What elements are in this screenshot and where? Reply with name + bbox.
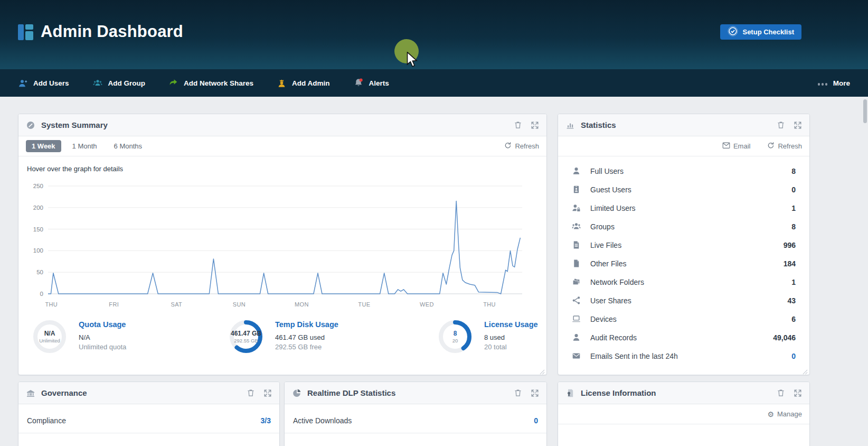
panel-title: Realtime DLP Statistics xyxy=(307,388,508,397)
svg-text:200: 200 xyxy=(33,205,43,211)
more-icon xyxy=(818,79,829,87)
user-icon xyxy=(572,333,581,342)
stat-label: Full Users xyxy=(590,167,782,175)
stat-row: Audit Records49,046 xyxy=(565,328,802,347)
stat-value: 996 xyxy=(784,241,796,249)
laptop-icon xyxy=(572,314,581,323)
license-information-panel: License Information ⚙ Manage xyxy=(558,382,810,446)
refresh-button[interactable]: Refresh xyxy=(767,142,802,151)
setup-checklist-button[interactable]: Setup Checklist xyxy=(720,24,801,40)
system-summary-panel: System Summary 1 Week 1 Month 6 Months R… xyxy=(18,114,547,375)
stat-row: Network Folders1 xyxy=(565,273,802,291)
stat-value: 43 xyxy=(787,296,796,305)
svg-text:THU: THU xyxy=(45,301,58,308)
bar-chart-icon xyxy=(565,120,575,130)
expand-widget-icon[interactable] xyxy=(263,389,272,397)
gauge-title: License Usage xyxy=(484,320,538,329)
checklist-check-icon xyxy=(728,26,738,38)
tab-6-months[interactable]: 6 Months xyxy=(108,140,148,152)
stat-label: Live Files xyxy=(590,241,774,249)
gauge-title: Quota Usage xyxy=(79,320,126,329)
stat-label: Groups xyxy=(590,222,782,231)
svg-text:SUN: SUN xyxy=(233,301,246,308)
usage-gauges: N/AUnlimited Quota Usage N/A Unlimited q… xyxy=(18,319,546,370)
stat-value: 49,046 xyxy=(773,333,796,342)
temp-disk-usage-gauge: 461.47 GB292.55 GB Temp Disk Usage 461.4… xyxy=(229,319,338,354)
resize-handle[interactable] xyxy=(802,367,808,373)
stat-value: 1 xyxy=(791,278,796,286)
stat-row: Limited Users1 xyxy=(565,199,802,217)
expand-widget-icon[interactable] xyxy=(794,121,802,129)
stat-value: 184 xyxy=(784,259,796,268)
add-group-icon xyxy=(92,78,103,88)
email-button[interactable]: Email xyxy=(722,142,751,151)
envelope-icon xyxy=(722,142,730,151)
temp-disk-donut-icon: 461.47 GB292.55 GB xyxy=(229,319,263,354)
pie-chart-icon xyxy=(292,388,301,398)
nav-more[interactable]: More xyxy=(818,79,850,87)
svg-text:TUE: TUE xyxy=(358,301,370,308)
envelope-icon xyxy=(572,351,581,360)
system-activity-chart[interactable]: 050100150200250THUFRISATSUNMONTUEWEDTHU xyxy=(24,179,531,312)
gauge-title: Temp Disk Usage xyxy=(275,320,338,329)
id-badge-icon xyxy=(572,185,581,194)
add-admin-icon xyxy=(277,78,287,88)
nav-add-users[interactable]: Add Users xyxy=(18,78,69,88)
remove-widget-icon[interactable] xyxy=(777,388,785,397)
svg-text:100: 100 xyxy=(33,247,43,254)
quick-actions-navbar: Add Users Add Group Add Network Shares A… xyxy=(0,69,868,97)
svg-text:150: 150 xyxy=(33,226,43,233)
refresh-button[interactable]: Refresh xyxy=(504,142,539,151)
stat-value: 0 xyxy=(791,352,796,360)
share-icon xyxy=(572,296,581,305)
stat-label: Emails Sent in the last 24h xyxy=(590,352,782,360)
folders-icon xyxy=(572,277,581,286)
governance-panel: Governance Compliance 3/3 xyxy=(18,382,280,446)
page-title: Admin Dashboard xyxy=(41,22,183,41)
nav-add-network-shares[interactable]: Add Network Shares xyxy=(168,78,253,88)
stat-row: Devices6 xyxy=(565,310,802,328)
vertical-scrollbar-thumb[interactable] xyxy=(863,99,867,123)
license-usage-gauge: 820 License Usage 8 used 20 total xyxy=(438,319,538,354)
expand-widget-icon[interactable] xyxy=(531,389,539,397)
stat-label: User Shares xyxy=(590,296,778,305)
nav-alerts[interactable]: Alerts xyxy=(353,78,389,88)
stat-value: 6 xyxy=(791,315,796,323)
resize-handle[interactable] xyxy=(539,367,545,373)
tab-1-week[interactable]: 1 Week xyxy=(26,140,61,152)
compliance-row[interactable]: Compliance 3/3 xyxy=(18,408,279,433)
svg-text:SAT: SAT xyxy=(171,301,182,308)
remove-widget-icon[interactable] xyxy=(777,120,785,129)
panel-title: License Information xyxy=(581,388,771,397)
nav-add-admin[interactable]: Add Admin xyxy=(277,78,330,88)
quota-usage-gauge: N/AUnlimited Quota Usage N/A Unlimited q… xyxy=(32,319,126,354)
svg-text:FRI: FRI xyxy=(109,301,119,308)
add-network-shares-icon xyxy=(168,78,178,88)
statistics-list: Full Users8Guest Users0Limited Users1Gro… xyxy=(558,156,809,365)
svg-text:0: 0 xyxy=(40,291,43,297)
remove-widget-icon[interactable] xyxy=(247,388,255,397)
svg-text:MON: MON xyxy=(295,301,309,308)
stat-label: Audit Records xyxy=(590,333,763,342)
expand-widget-icon[interactable] xyxy=(794,389,802,397)
panel-title: System Summary xyxy=(41,120,508,129)
bank-icon xyxy=(26,388,35,398)
gauge-icon xyxy=(26,120,35,130)
tab-1-month[interactable]: 1 Month xyxy=(67,140,103,152)
add-users-icon xyxy=(18,78,28,88)
realtime-dlp-panel: Realtime DLP Statistics Active Downloads… xyxy=(284,382,547,446)
file-lines-icon xyxy=(572,240,581,249)
svg-text:250: 250 xyxy=(33,183,43,189)
stat-label: Other Files xyxy=(590,259,774,268)
expand-widget-icon[interactable] xyxy=(531,121,539,129)
remove-widget-icon[interactable] xyxy=(514,388,522,397)
gear-icon: ⚙ xyxy=(767,410,774,419)
manage-button[interactable]: ⚙ Manage xyxy=(767,410,802,419)
license-donut-icon: 820 xyxy=(438,319,473,354)
nav-add-group[interactable]: Add Group xyxy=(92,78,146,88)
stat-row: Live Files996 xyxy=(565,236,802,254)
remove-widget-icon[interactable] xyxy=(514,120,522,129)
active-downloads-row[interactable]: Active Downloads 0 xyxy=(285,408,546,433)
svg-text:THU: THU xyxy=(483,301,496,308)
stat-row: Guest Users0 xyxy=(565,180,802,199)
